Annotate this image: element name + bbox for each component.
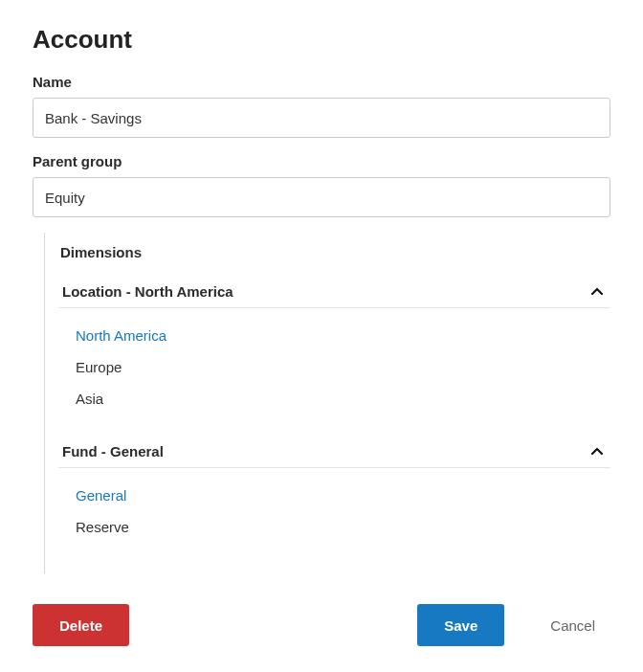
dimension-option-general[interactable]: General	[76, 480, 610, 511]
dimension-options-location: North America Europe Asia	[60, 308, 610, 418]
delete-button[interactable]: Delete	[33, 604, 129, 646]
parent-group-input[interactable]	[33, 177, 610, 217]
dimensions-panel: Dimensions Location - North America Nort…	[44, 233, 610, 573]
cancel-button[interactable]: Cancel	[535, 604, 610, 646]
dimension-section-fund: Fund - General General Reserve	[60, 437, 610, 547]
dimension-section-location: Location - North America North America E…	[60, 278, 610, 418]
save-button[interactable]: Save	[417, 604, 504, 646]
dimension-header-fund[interactable]: Fund - General	[58, 437, 610, 468]
name-field-group: Name	[33, 74, 610, 138]
dimension-option-reserve[interactable]: Reserve	[76, 511, 610, 543]
dimension-option-europe[interactable]: Europe	[76, 351, 610, 383]
name-label: Name	[33, 74, 610, 90]
dimensions-title: Dimensions	[60, 244, 610, 260]
chevron-up-icon	[589, 284, 605, 300]
dimension-option-north-america[interactable]: North America	[76, 320, 610, 351]
parent-group-field-group: Parent group	[33, 153, 610, 217]
parent-group-label: Parent group	[33, 153, 610, 169]
action-bar: Delete Save Cancel	[33, 604, 610, 646]
dimension-options-fund: General Reserve	[60, 468, 610, 547]
chevron-up-icon	[589, 444, 605, 459]
dimension-header-label: Location - North America	[62, 283, 233, 300]
name-input[interactable]	[33, 98, 610, 138]
page-title: Account	[33, 25, 610, 55]
dimension-header-location[interactable]: Location - North America	[58, 278, 610, 308]
dimension-header-label: Fund - General	[62, 443, 164, 459]
dimension-option-asia[interactable]: Asia	[76, 383, 610, 414]
